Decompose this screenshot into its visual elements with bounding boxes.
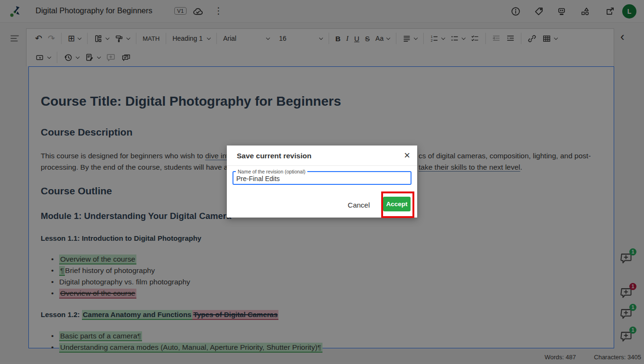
- close-icon[interactable]: ×: [404, 149, 410, 162]
- save-revision-dialog: Save current revision × Name of the revi…: [227, 146, 417, 218]
- dialog-title: Save current revision: [237, 152, 312, 160]
- dialog-header: Save current revision ×: [227, 146, 417, 166]
- revision-name-input[interactable]: [233, 175, 405, 185]
- accept-button[interactable]: Accept: [383, 197, 411, 211]
- revision-name-fieldset: Name of the revision (optional): [233, 169, 411, 185]
- revision-name-label: Name of the revision (optional): [236, 169, 307, 174]
- cancel-button[interactable]: Cancel: [348, 201, 370, 209]
